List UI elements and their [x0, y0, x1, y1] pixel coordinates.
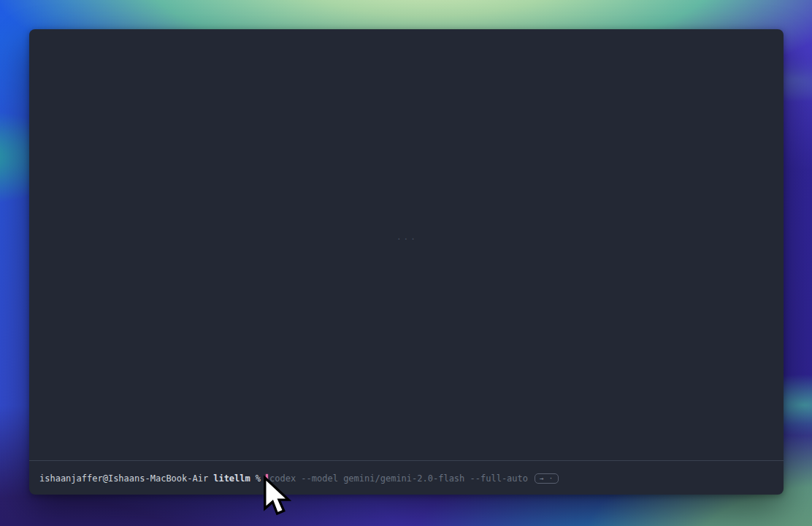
loading-ellipsis: ... — [397, 232, 418, 242]
prompt-symbol: % — [256, 473, 261, 484]
prompt-directory: litellm — [213, 473, 250, 484]
terminal-window[interactable]: ... ishaanjaffer@Ishaans-MacBook-Air lit… — [29, 29, 784, 495]
text-caret — [266, 474, 268, 484]
terminal-output-area: ... — [29, 29, 784, 460]
tab-hint-badge[interactable]: → · — [535, 473, 559, 484]
terminal-divider — [29, 460, 784, 461]
desktop-wallpaper: ... ishaanjaffer@Ishaans-MacBook-Air lit… — [0, 0, 812, 526]
command-autosuggestion: codex --model gemini/gemini-2.0-flash --… — [269, 473, 528, 484]
tab-arrow-icon: → · — [540, 474, 554, 483]
terminal-prompt-row[interactable]: ishaanjaffer@Ishaans-MacBook-Air litellm… — [39, 473, 559, 484]
prompt-user-host: ishaanjaffer@Ishaans-MacBook-Air — [39, 473, 208, 484]
